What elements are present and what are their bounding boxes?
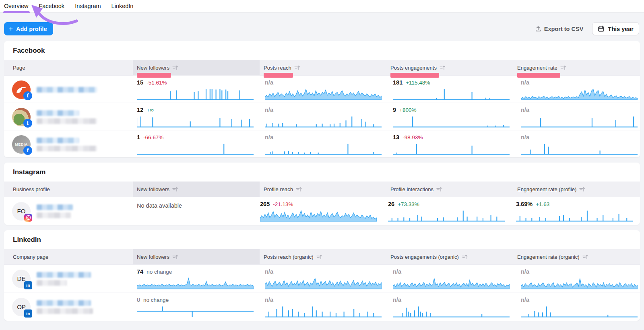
tab-linkedin[interactable]: LinkedIn (111, 3, 134, 9)
metric-value: 181 (393, 79, 402, 86)
metric-value-row: 26+73.33% (388, 201, 505, 208)
column-header-posts-reach-organic[interactable]: Posts reach (organic) (260, 249, 386, 264)
column-header-engagement-rate-organic[interactable]: Engagement rate (organic) (513, 249, 640, 264)
tab-overview[interactable]: Overview (4, 3, 28, 9)
profile-cell[interactable]: MEDIAf (4, 130, 133, 157)
date-range-label: This year (608, 26, 634, 32)
metric-value: n/a (393, 268, 401, 275)
metric-cell: 12+∞ (133, 103, 261, 131)
column-header-profile-interactions[interactable]: Profile interactions (386, 182, 513, 197)
column-header-label: Business profile (13, 186, 50, 192)
sparkline-chart (521, 116, 638, 128)
redacted-name-line (37, 272, 91, 278)
column-header-label: Page (13, 65, 25, 71)
metric-delta: -21.13% (273, 201, 293, 207)
facebook-badge-icon: f (23, 146, 32, 155)
column-header-profile-reach[interactable]: Profile reach (260, 182, 386, 197)
column-header-posts-engagements[interactable]: Posts engagements (386, 60, 513, 75)
metric-cell: n/a (261, 265, 389, 293)
sparkline-chart (393, 116, 510, 128)
profile-cell[interactable]: f (4, 76, 133, 103)
redacted-name-line (37, 204, 73, 210)
add-profile-button[interactable]: + Add profile (4, 22, 53, 35)
column-header-label: Posts reach (264, 65, 291, 71)
sparkline-chart (137, 116, 254, 128)
metric-value: n/a (393, 297, 401, 303)
column-header-label: Engagement rate (517, 65, 557, 71)
column-header-label: New followers (137, 186, 169, 192)
metric-cell: n/a (517, 103, 640, 131)
tab-instagram[interactable]: Instagram (75, 3, 101, 9)
redacted-name-line (37, 300, 91, 306)
avatar: f (12, 108, 31, 126)
profile-cell[interactable]: f (4, 103, 133, 131)
metric-cell: n/a (389, 265, 517, 293)
export-label: Export to CSV (544, 26, 583, 32)
metric-cell: 181+115.48% (389, 76, 517, 103)
instagram-badge-icon (24, 214, 32, 222)
column-header-engagement-rate-profile[interactable]: Engagement rate (profile) (513, 182, 640, 197)
tab-facebook[interactable]: Facebook (39, 3, 64, 9)
redacted-profile-name (37, 300, 93, 314)
redacted-name-line (37, 280, 67, 286)
sort-icon (316, 254, 322, 260)
metric-delta: +1.63 (536, 201, 549, 207)
metric-value: n/a (265, 268, 273, 275)
export-csv-button[interactable]: Export to CSV (535, 26, 583, 32)
column-header-new-followers[interactable]: New followers (133, 60, 260, 75)
metric-value: n/a (265, 107, 273, 113)
section-title: LinkedIn (4, 230, 640, 249)
metric-value: n/a (265, 297, 273, 303)
metric-cell: 74no change (133, 265, 261, 293)
column-header-label: Posts engagements (organic) (390, 254, 459, 260)
sparkline-chart (393, 277, 510, 289)
metric-delta: -66.67% (143, 134, 163, 140)
facebook-badge-icon: f (23, 91, 32, 100)
top-nav: Overview Facebook Instagram LinkedIn (0, 0, 644, 12)
section-facebook: FacebookPageNew followersPosts reachPost… (4, 41, 640, 157)
metric-value: n/a (521, 107, 529, 113)
column-header-posts-engagements-organic[interactable]: Posts engagements (organic) (386, 249, 513, 264)
sparkline-chart (393, 143, 510, 155)
profile-cell[interactable]: OPin (4, 293, 133, 321)
metric-cell: n/a (389, 293, 517, 321)
table-header-row: Company pageNew followersPosts reach (or… (4, 249, 640, 264)
annotation-underline (3, 11, 30, 13)
column-header-label: Profile reach (264, 186, 293, 192)
column-header-new-followers[interactable]: New followers (133, 182, 260, 197)
metric-cell: 26+73.33% (384, 197, 512, 225)
redacted-profile-name (37, 110, 97, 124)
add-profile-label: Add profile (16, 26, 47, 32)
column-header-engagement-rate[interactable]: Engagement rate (513, 60, 640, 75)
metric-value: 74 (137, 268, 143, 275)
table-header-row: Business profileNew followersProfile rea… (4, 182, 640, 197)
column-header-label: Posts reach (organic) (264, 254, 314, 260)
metric-value-row: n/a (521, 268, 638, 276)
metric-value-row: n/a (521, 297, 638, 304)
column-header-entity: Business profile (4, 182, 133, 197)
sparkline-chart (388, 210, 505, 222)
redacted-profile-name (37, 204, 73, 218)
column-header-posts-reach[interactable]: Posts reach (260, 60, 386, 75)
sparkline-chart (516, 210, 633, 222)
column-header-entity: Company page (4, 249, 133, 264)
redacted-profile-name (37, 272, 91, 286)
sparkline-chart (137, 88, 254, 100)
date-range-button[interactable]: This year (592, 22, 639, 35)
metric-value: 15 (137, 79, 143, 86)
sort-icon (172, 254, 178, 260)
metric-value: 12 (137, 107, 143, 113)
column-header-new-followers[interactable]: New followers (133, 249, 260, 264)
column-header-label: New followers (137, 254, 169, 260)
metric-value-row: n/a (265, 79, 382, 87)
metric-value: n/a (521, 297, 529, 303)
column-header-label: Engagement rate (organic) (517, 254, 580, 260)
profile-cell[interactable]: FO (4, 197, 133, 225)
profile-cell[interactable]: DEin (4, 265, 133, 293)
sparkline-chart (393, 305, 510, 318)
metric-value-row: n/a (521, 134, 638, 142)
column-header-label: Profile interactions (390, 186, 433, 192)
metric-value: n/a (265, 134, 273, 140)
sparkline-chart (393, 88, 510, 100)
sort-icon (172, 187, 178, 192)
